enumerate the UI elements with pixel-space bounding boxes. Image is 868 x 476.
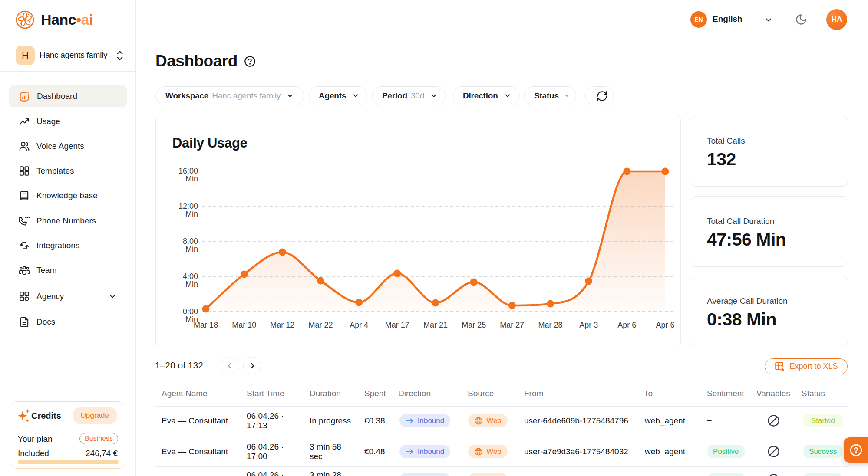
svg-text:Apr 3: Apr 3	[579, 321, 598, 329]
svg-text:4:00: 4:00	[183, 272, 198, 281]
svg-text:12:00: 12:00	[178, 202, 198, 210]
svg-text:Mar 25: Mar 25	[462, 321, 486, 329]
svg-text:Min: Min	[185, 174, 198, 183]
svg-text:Min: Min	[185, 245, 198, 253]
svg-text:Mar 21: Mar 21	[423, 321, 448, 329]
svg-text:Mar 27: Mar 27	[500, 321, 524, 329]
svg-text:0:00: 0:00	[183, 307, 198, 316]
svg-text:8:00: 8:00	[183, 237, 198, 246]
svg-text:Apr 6: Apr 6	[617, 321, 636, 329]
svg-text:Mar 10: Mar 10	[232, 321, 256, 329]
svg-text:Mar 18: Mar 18	[194, 321, 218, 329]
svg-text:Mar 12: Mar 12	[270, 321, 294, 329]
svg-text:Mar 22: Mar 22	[308, 321, 333, 329]
svg-text:Apr 4: Apr 4	[350, 321, 368, 329]
svg-text:Mar 28: Mar 28	[538, 321, 562, 329]
svg-text:Min: Min	[185, 280, 198, 289]
svg-text:Min: Min	[185, 210, 198, 218]
svg-text:Apr 6: Apr 6	[656, 321, 674, 329]
svg-text:Mar 17: Mar 17	[385, 321, 409, 329]
svg-text:16:00: 16:00	[178, 167, 198, 175]
